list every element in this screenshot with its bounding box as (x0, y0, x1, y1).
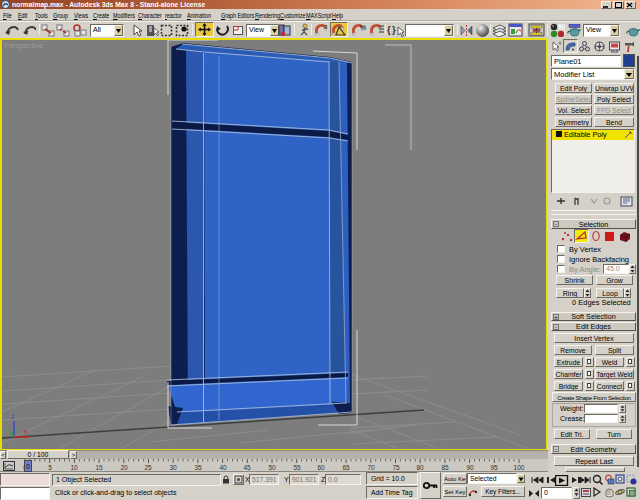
svg-text:%: % (360, 24, 366, 31)
svg-text:z: z (11, 413, 15, 420)
svg-text:x: x (24, 428, 28, 435)
svg-text:3: 3 (324, 24, 328, 30)
